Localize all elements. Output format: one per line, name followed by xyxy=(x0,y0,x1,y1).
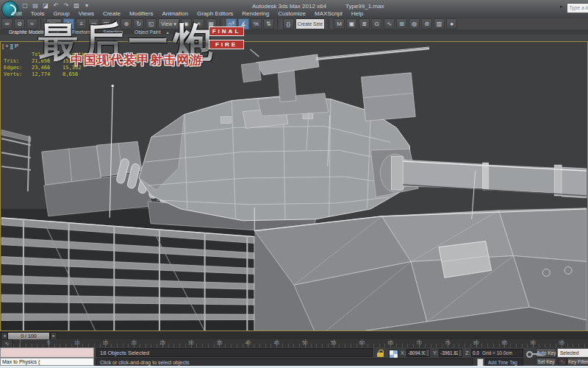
spinner-snap-toggle-icon[interactable]: ⇅ xyxy=(263,18,274,29)
viewport-statistics: Total Selection Tris: 21,656 15,302 Edge… xyxy=(4,52,90,78)
macro-recorder-pane[interactable] xyxy=(0,347,94,358)
toolbar-separator xyxy=(328,19,332,29)
add-time-tag[interactable]: Add Time Tag xyxy=(485,358,523,366)
unlink-selection-icon[interactable]: ⊘ xyxy=(14,18,25,29)
x-label: X: xyxy=(401,350,406,356)
menu-bar: EditToolsGroupViewsCreateModifiersAnimat… xyxy=(7,9,368,18)
menu-create[interactable]: Create xyxy=(98,9,125,18)
menu-edit[interactable]: Edit xyxy=(7,9,26,18)
menu-rendering[interactable]: Rendering xyxy=(237,9,273,18)
z-label: Z: xyxy=(465,350,470,356)
selection-filter-dropdown[interactable]: All ▾ xyxy=(46,18,62,29)
frame-label-75: 75 xyxy=(445,340,450,345)
x-coordinate-field[interactable]: -8094.935 xyxy=(406,349,430,357)
frame-label-50: 50 xyxy=(302,340,307,345)
rectangular-selection-region-icon[interactable]: ▭ xyxy=(88,18,99,29)
render-production-icon[interactable]: ● xyxy=(446,18,457,29)
frame-label-25: 25 xyxy=(159,340,165,345)
select-and-link-icon[interactable]: ∞ xyxy=(1,18,12,29)
stats-header: Total Selection xyxy=(4,52,90,58)
layer-manager-icon[interactable]: ≣ xyxy=(359,18,370,29)
grid-size-display: Grid = 10.0cm xyxy=(479,349,523,357)
menu-help[interactable]: Help xyxy=(347,9,368,18)
selection-status: 18 Objects Selected xyxy=(96,348,373,357)
angle-snap-toggle-icon[interactable]: ∡ xyxy=(238,18,249,29)
toolbar-separator xyxy=(40,19,45,29)
frame-label-60: 60 xyxy=(359,340,365,345)
select-and-rotate-icon[interactable]: ↻ xyxy=(133,18,144,29)
select-object-icon[interactable]: ↖ xyxy=(63,18,74,29)
ribbon-tab-graphite-modeling-tools[interactable]: Graphite Modeling Tools xyxy=(3,29,66,35)
frame-label-80: 80 xyxy=(473,340,478,345)
menu-modifiers[interactable]: Modifiers xyxy=(125,9,157,18)
align-icon[interactable]: ▣ xyxy=(346,18,357,29)
menu-customize[interactable]: Customize xyxy=(273,9,310,18)
y-coordinate-field[interactable]: -3961.822 xyxy=(439,349,462,357)
menu-maxscript[interactable]: MAXScript xyxy=(310,9,347,18)
frame-label-15: 15 xyxy=(103,340,108,345)
menu-group[interactable]: Group xyxy=(49,9,74,18)
key-filters-button[interactable]: Key Filters... xyxy=(567,358,588,366)
title-bar: ▢▤◪↶↷▨▾ Autodesk 3ds Max 2012 x64 Type99… xyxy=(0,0,588,19)
menu-views[interactable]: Views xyxy=(74,9,98,18)
key-icon xyxy=(526,351,539,356)
edit-named-selection-sets-icon[interactable]: {} xyxy=(283,18,294,29)
viewport-label[interactable]: [ + ][ P xyxy=(2,43,18,49)
graphite-ribbon-toggle-icon[interactable]: G xyxy=(371,18,382,29)
select-by-name-icon[interactable]: ≡ xyxy=(76,18,87,29)
frame-label-10: 10 xyxy=(74,340,79,345)
mirror-icon[interactable]: M xyxy=(334,18,345,29)
prompt-line: Click or click-and-drag to select object… xyxy=(96,358,473,366)
frame-label-95: 95 xyxy=(559,340,564,345)
keyboard-shortcut-override-icon[interactable]: ▦ xyxy=(206,18,217,29)
named-selection-set-combo[interactable]: Create Sele xyxy=(295,18,325,29)
prompt-bar: Max to Physics ( Click or click-and-drag… xyxy=(0,358,588,366)
selection-lock-icon[interactable] xyxy=(377,350,384,357)
curve-editor-icon[interactable]: ∿ xyxy=(384,18,395,29)
material-editor-icon[interactable]: ◍ xyxy=(409,18,420,29)
y-spinner[interactable] xyxy=(458,350,462,356)
reference-coordinate-system[interactable]: View ▾ xyxy=(158,18,179,29)
ribbon-tab-bar: Graphite Modeling ToolsFreeformSelection… xyxy=(0,29,588,35)
default-tangent-icon[interactable]: ∿ xyxy=(558,358,567,366)
stats-verts: Verts: 12,774 8,656 xyxy=(4,71,90,78)
set-key-button[interactable]: Set Key xyxy=(536,358,556,366)
stats-edges: Edges: 23,466 15,392 xyxy=(4,65,90,71)
ribbon-tab-object-paint[interactable]: Object Paint xyxy=(129,29,166,35)
select-and-move-icon[interactable]: ⊕ xyxy=(121,18,132,29)
snaps-toggle-3d-icon[interactable]: ∩³ xyxy=(226,18,237,29)
x-spinner[interactable] xyxy=(426,350,429,356)
menu-animation[interactable]: Animation xyxy=(157,9,193,18)
search-input[interactable]: Type a keyword or phrase xyxy=(567,3,588,13)
tank-wireframe-model xyxy=(1,42,587,330)
infocenter-arrow-icon[interactable]: ▸ xyxy=(560,4,563,10)
menu-graph-editors[interactable]: Graph Editors xyxy=(193,9,237,18)
rendered-frame-window-icon[interactable]: ▥ xyxy=(434,18,445,29)
3ds-max-window: ▢▤◪↶↷▨▾ Autodesk 3ds Max 2012 x64 Type99… xyxy=(0,0,588,368)
ribbon-tab-selection[interactable]: Selection xyxy=(97,29,129,35)
maxscript-mini-listener[interactable]: Max to Physics ( xyxy=(0,358,94,366)
percent-snap-toggle-icon[interactable]: % xyxy=(251,18,262,29)
frame-label-20: 20 xyxy=(132,340,137,345)
frame-label-30: 30 xyxy=(188,340,193,345)
schematic-view-icon[interactable]: ⊞ xyxy=(396,18,407,29)
ribbon-minimize-button[interactable]: ▴ xyxy=(167,29,169,35)
frame-label-5: 5 xyxy=(47,340,50,345)
ribbon-tab-freeform[interactable]: Freeform xyxy=(66,29,97,35)
key-mode-dropdown[interactable]: Selected xyxy=(557,348,588,358)
frame-label-70: 70 xyxy=(416,340,421,345)
bind-to-space-warp-icon[interactable]: ≈ xyxy=(26,18,37,29)
status-bar: 18 Objects Selected X: -8094.935 Y: -396… xyxy=(0,347,588,358)
perspective-viewport[interactable] xyxy=(0,41,588,331)
frame-label-40: 40 xyxy=(245,340,251,345)
toolbar-separator xyxy=(115,19,119,29)
select-and-scale-icon[interactable]: ◱ xyxy=(146,18,157,29)
render-setup-icon[interactable]: ⊚ xyxy=(421,18,432,29)
window-crossing-toggle-icon[interactable]: ◫ xyxy=(101,18,112,29)
main-toolbar: ∞⊘≈All ▾↖≡▭◫⊕↻◱View ▾◉∗▦∩³∡%⇅{}Create Se… xyxy=(0,18,588,30)
toolbar-separator xyxy=(220,19,224,29)
menu-tools[interactable]: Tools xyxy=(26,9,49,18)
select-and-manipulate-icon[interactable]: ∗ xyxy=(193,18,204,29)
frame-label-55: 55 xyxy=(331,340,336,345)
use-pivot-point-center-icon[interactable]: ◉ xyxy=(181,18,192,29)
